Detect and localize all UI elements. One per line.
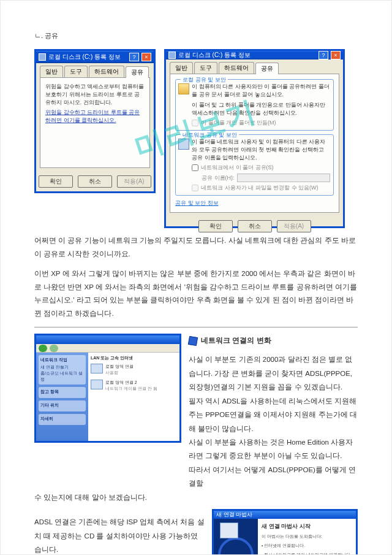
wizard-icon: [220, 522, 238, 538]
tab-tools[interactable]: 도구: [64, 66, 88, 77]
separator: [34, 327, 358, 327]
tab-general[interactable]: 일반: [40, 66, 63, 77]
window-title: 로컬 디스크 (C:) 등록 정보: [48, 53, 121, 61]
connection-item[interactable]: 로컬 영역 연결 2 네트워크 케이블 연결 안 됨: [91, 380, 177, 392]
tab-tools[interactable]: 도구: [194, 62, 217, 74]
section-title-text: 네트워크 연결의 변화: [201, 334, 271, 348]
body-paragraph-1: 어쩌면 이 공유 기능이 네트워크 기능의 주일지도 모릅니다. 사실 네트워크…: [34, 234, 358, 261]
lan-icon: [91, 380, 103, 389]
help-button[interactable]: ?: [129, 53, 139, 61]
titlebar: 새 연결 마법사: [214, 511, 356, 519]
panel-heading: 자세히: [40, 416, 84, 422]
drive-icon: [39, 53, 46, 61]
tab-sharing[interactable]: 공유: [126, 66, 149, 78]
apply-button[interactable]: 적용(A): [117, 175, 151, 188]
dialog-body: 로컬 공유 및 보안 이 컴퓨터의 다른 사용자와만 이 폴더를 공유하려면 폴…: [170, 74, 339, 213]
properties-dialog-simple: 로컬 디스크 (C:) 등록 정보 ? × 일반 도구 하드웨어 공유 위험을 …: [34, 49, 156, 193]
body-paragraph-2: 이번 XP 에 와서 그렇게 많이 바뀌지는 않은 부분 중에 한가지로 200…: [34, 267, 358, 321]
dialog-buttons: 확인 취소 적용(A): [166, 216, 343, 236]
ok-button[interactable]: 확인: [198, 220, 233, 232]
tab-hardware[interactable]: 하드웨어: [219, 62, 254, 74]
allow-change-label: 네트워크 사용자가 내 파일을 변경할 수 있음(W): [201, 184, 318, 192]
warning-text: 위험을 감수하고 액세스로부터 컴퓨터를 보호하기 위해서는 드라이브 루트로 …: [45, 83, 145, 107]
tab-sharing[interactable]: 공유: [255, 63, 279, 74]
local-sharing-group: 로컬 공유 및 보안 이 컴퓨터의 다른 사용자와만 이 폴더를 공유하려면 폴…: [175, 79, 334, 131]
cancel-button[interactable]: 취소: [238, 220, 272, 232]
new-connection-wizard: 새 연결 마법사 새 연결 마법사 시작 이 마법사는 다음을 도와줍니다: •…: [212, 509, 358, 555]
task-link[interactable]: 홈/소규모 네트워크 설정: [40, 370, 84, 383]
connection-name: 로컬 영역 연결 2: [105, 380, 157, 386]
properties-dialog-full: 로컬 디스크 (C:) 등록 정보 ? × 일반 도구 하드웨어 공유 로컬 공…: [164, 49, 345, 228]
network-tasks-panel: 네트워크 작업 새 연결 만들기 홈/소규모 네트워크 설정: [39, 355, 86, 385]
local-share-text1: 이 컴퓨터의 다른 사용자와만 이 폴더를 공유하려면 폴더를 공유 문서 폴더…: [192, 83, 330, 99]
window-title: 로컬 디스크 (C:) 등록 정보: [178, 51, 251, 59]
make-private-checkbox[interactable]: [192, 120, 198, 126]
share-on-network-label: 네트워크에서 이 폴더 공유(S): [201, 164, 274, 172]
body-paragraph: 사실 이 부분도 기존의 2000과 달라진 점은 별로 없습니다. 가장 큰 …: [189, 353, 358, 394]
category-header: LAN 또는 고속 인터넷: [91, 355, 177, 361]
share-hand-icon: [178, 139, 189, 150]
apply-button[interactable]: 적용(A): [277, 220, 311, 232]
section-heading: ㄴ. 공유: [34, 31, 358, 40]
share-name-input[interactable]: [237, 174, 331, 182]
titlebar: 로컬 디스크 (C:) 등록 정보 ? ×: [36, 51, 154, 63]
network-sharing-group: 네트워크 공유 및 보안 이 폴더를 네트워크 사용자 및 이 컴퓨터의 다른 …: [175, 134, 334, 196]
body-paragraph: 필자 역시 ADSL을 사용하는데 리눅스에서도 지원해주는 PPPOE연결을 …: [189, 394, 358, 435]
close-button[interactable]: ×: [331, 51, 341, 59]
panel-heading: 네트워크 작업: [40, 357, 84, 363]
tab-strip: 일반 도구 하드웨어 공유: [36, 63, 154, 77]
network-share-text: 이 폴더를 네트워크 사용자 및 이 컴퓨터의 다른 사용자와 모두 공유하려면…: [192, 138, 330, 162]
ok-button[interactable]: 확인: [39, 175, 73, 188]
local-share-text2: 이 폴더 및 그 하위 폴더를 개인용으로 만들어 사용자만 액세스하려면 다음…: [192, 101, 330, 117]
bullet-icon: [188, 336, 198, 346]
panel-heading: 참고 항목: [40, 389, 84, 395]
tab-strip: 일반 도구 하드웨어 공유: [166, 59, 343, 74]
cancel-button[interactable]: 취소: [78, 175, 112, 188]
globe-icon: [218, 537, 254, 555]
back-icon[interactable]: [39, 345, 47, 352]
wizard-banner: [214, 519, 258, 555]
section-title: 네트워크 연결의 변화: [189, 334, 358, 348]
dialog-buttons: 확인 취소 적용(A): [36, 172, 154, 191]
drive-icon: [168, 52, 176, 59]
toolbar: [36, 344, 179, 353]
connections-list: LAN 또는 고속 인터넷 로컬 영역 연결 사용함 로컬 영역 연결 2 네트…: [88, 353, 179, 441]
titlebar: 로컬 디스크 (C:) 등록 정보 ? ×: [166, 51, 343, 59]
connection-name: 로컬 영역 연결: [105, 364, 134, 370]
make-private-label: 이 폴더를 개인 폴더로 만듦(M): [201, 119, 276, 127]
wizard-heading: 새 연결 마법사 시작: [262, 522, 352, 530]
folder-icon: [178, 83, 189, 94]
body-paragraph: 따라서 여기서는 어떻게 ADSL(PPPOE)를 어떻게 연결할: [189, 463, 358, 491]
body-paragraph: 사실 이 부분을 사용하는 것은 Home Edition 사용자라면 그렇게 …: [189, 435, 358, 463]
close-button[interactable]: ×: [141, 53, 151, 61]
body-paragraph: 수 있는지에 대해 알아 보겠습니다.: [34, 491, 358, 504]
tasks-sidebar: 네트워크 작업 새 연결 만들기 홈/소규모 네트워크 설정 참고 항목 기타 …: [36, 353, 88, 441]
sharing-security-link[interactable]: 공유 및 보안 정보: [175, 199, 334, 207]
details-panel: 자세히: [39, 414, 86, 425]
help-button[interactable]: ?: [318, 51, 328, 59]
wizard-content: 새 연결 마법사 시작 이 마법사는 다음을 도와줍니다: • 인터넷에 연결합…: [258, 519, 356, 555]
lan-icon: [91, 364, 103, 373]
wizard-bullet: • 인터넷에 연결합니다.: [262, 542, 352, 549]
other-places-panel: 기타 위치: [39, 400, 86, 411]
panel-heading: 기타 위치: [40, 402, 84, 408]
share-name-label: 공유 이름(H):: [202, 174, 235, 182]
connection-status: 사용함: [105, 370, 134, 376]
connection-status: 네트워크 케이블 연결 안 됨: [105, 386, 157, 392]
group-legend: 네트워크 공유 및 보안: [181, 131, 239, 139]
titlebar: [36, 335, 179, 344]
share-root-link[interactable]: 위험을 감수하고 드라이브 루트를 공유하려면 여기를 클릭하십시오.: [45, 109, 145, 124]
tab-hardware[interactable]: 하드웨어: [89, 66, 124, 77]
forward-icon[interactable]: [50, 345, 58, 352]
share-on-network-checkbox[interactable]: [192, 164, 198, 171]
wizard-bullet: • 회사 네트워크를 개인 네트워크에 연결합니다.: [262, 551, 352, 555]
dialog-body: 위험을 감수하고 액세스로부터 컴퓨터를 보호하기 위해서는 드라이브 루트로 …: [40, 77, 150, 168]
wizard-intro: 이 마법사는 다음을 도와줍니다:: [262, 533, 352, 540]
allow-change-checkbox[interactable]: [192, 185, 198, 191]
tab-general[interactable]: 일반: [170, 62, 193, 74]
connection-item[interactable]: 로컬 영역 연결 사용함: [91, 364, 177, 376]
body-paragraph: ADSL 연결은 기존에는 해당 ISP 업체 측에서 처음 설치 때 제공하는…: [34, 515, 205, 555]
task-link[interactable]: 새 연결 만들기: [40, 364, 84, 370]
see-also-panel: 참고 항목: [39, 387, 86, 398]
network-connections-window: 네트워크 작업 새 연결 만들기 홈/소규모 네트워크 설정 참고 항목 기타 …: [34, 334, 181, 443]
